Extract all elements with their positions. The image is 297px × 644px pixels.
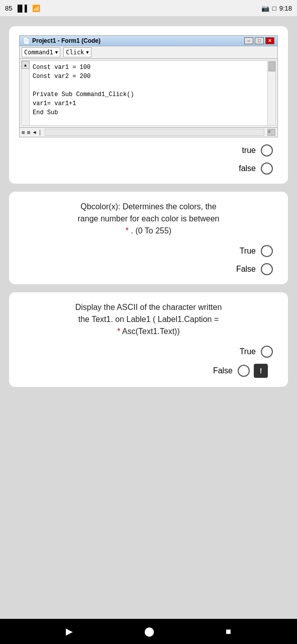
q3-question-text: Display the ASCII of the character writt… — [19, 301, 278, 338]
q1-true-radio[interactable] — [261, 144, 273, 156]
scroll-up-button[interactable]: ▲ — [22, 61, 30, 69]
q2-line3-text: . (0 To 255) — [131, 226, 172, 235]
q1-false-radio[interactable] — [261, 163, 273, 175]
time-display: 9:18 — [279, 5, 292, 12]
event-dropdown[interactable]: Click ▼ — [63, 47, 91, 57]
command-dropdown[interactable]: Command1 ▼ — [22, 47, 60, 57]
q2-true-radio[interactable] — [261, 245, 273, 257]
q3-option-true[interactable]: True — [240, 346, 273, 358]
q2-question-text: Qbcolor(x): Determines the colors, the r… — [19, 201, 278, 237]
code-line-5: var1= var1+1 — [33, 99, 264, 108]
question-card-3: Display the ASCII of the character writt… — [9, 292, 288, 387]
ide-right-scrollbar — [267, 61, 275, 125]
warning-badge: ! — [254, 364, 268, 378]
code-line-3 — [33, 81, 264, 90]
code-line-6: End Sub — [33, 108, 264, 117]
ide-bottom-bar: ≡ ≡ ◄ │ — [20, 127, 277, 137]
resize-corner — [267, 129, 275, 136]
q2-line2: range number for each color is between — [19, 213, 278, 225]
status-bar: 85 ▐▌▌ 📶 📷 □ 9:18 — [0, 0, 297, 16]
stop-button[interactable]: ■ — [226, 626, 231, 637]
ide-left-scrollbar: ▲ — [22, 61, 30, 125]
horizontal-scrollbar[interactable] — [45, 129, 264, 136]
q2-option-false[interactable]: False — [236, 263, 273, 275]
q2-option-true[interactable]: True — [240, 245, 273, 257]
wifi-icon: 📶 — [32, 5, 40, 12]
code-line-1: Const var1 = 100 — [33, 63, 264, 72]
q2-line3: * . (0 To 255) — [19, 225, 278, 237]
q2-radio-options: True False — [19, 245, 278, 275]
align-icon: ≡ — [27, 129, 31, 136]
q2-true-label: True — [240, 247, 256, 256]
indent-icon: ≡ — [22, 129, 25, 136]
ide-title-label: Project1 - Form1 (Code) — [32, 37, 101, 44]
q3-radio-options: True False ! — [19, 346, 278, 378]
status-left: 85 ▐▌▌ 📶 — [5, 5, 40, 12]
question-card-1: 📄 Project1 - Form1 (Code) – □ ✕ Command1… — [9, 26, 288, 184]
ide-toolbar: Command1 ▼ Click ▼ — [20, 46, 277, 59]
q3-highlight: * — [117, 327, 122, 336]
q1-option-true[interactable]: true — [242, 144, 273, 156]
scroll-bar-icon: │ — [39, 130, 42, 135]
q1-false-label: false — [239, 164, 256, 173]
scroll-thumb[interactable] — [268, 61, 275, 71]
q3-true-label: True — [240, 347, 256, 356]
q3-option-false[interactable]: False — [213, 365, 250, 377]
ide-title-text: 📄 Project1 - Form1 (Code) — [23, 37, 101, 44]
minimize-button[interactable]: – — [244, 37, 253, 44]
close-button[interactable]: ✕ — [265, 37, 274, 44]
ide-window: 📄 Project1 - Form1 (Code) – □ ✕ Command1… — [19, 35, 278, 137]
play-button[interactable]: ▶ — [66, 626, 73, 637]
scroll-track — [268, 72, 275, 125]
ide-window-controls: – □ ✕ — [244, 37, 274, 44]
command-dropdown-label: Command1 — [24, 49, 53, 56]
scroll-left-button[interactable]: ◄ — [32, 130, 37, 135]
event-dropdown-arrow-icon: ▼ — [86, 50, 88, 55]
q3-false-label: False — [213, 366, 233, 375]
ide-title-bar: 📄 Project1 - Form1 (Code) – □ ✕ — [20, 36, 277, 46]
q2-false-radio[interactable] — [261, 263, 273, 275]
q3-line3: * Asc(Text1.Text)) — [19, 326, 278, 338]
ide-code-area: ▲ Const var1 = 100 Const var2 = 200 Priv… — [21, 60, 276, 126]
code-line-4: Private Sub Command1_Click() — [33, 90, 264, 99]
ide-title-icon: 📄 — [23, 37, 30, 44]
home-button[interactable]: ⬤ — [144, 626, 154, 637]
q2-highlight: * — [126, 226, 131, 235]
q1-true-label: true — [242, 146, 256, 155]
maximize-button[interactable]: □ — [255, 37, 264, 44]
ide-code-content: Const var1 = 100 Const var2 = 200 Privat… — [30, 61, 267, 125]
q1-radio-options: true false — [19, 144, 278, 175]
q3-line1: Display the ASCII of the character writt… — [19, 301, 278, 313]
q3-false-row: False ! — [213, 364, 273, 378]
command-dropdown-arrow-icon: ▼ — [55, 50, 58, 55]
code-line-2: Const var2 = 200 — [33, 72, 264, 81]
q3-true-radio[interactable] — [261, 346, 273, 358]
bottom-nav: ▶ ⬤ ■ — [0, 619, 297, 644]
status-right: 📷 □ 9:18 — [261, 5, 292, 12]
screen-icon: □ — [272, 5, 276, 12]
q1-option-false[interactable]: false — [239, 163, 273, 175]
main-content: 📄 Project1 - Form1 (Code) – □ ✕ Command1… — [0, 16, 297, 619]
q3-false-radio[interactable] — [238, 365, 250, 377]
q2-false-label: False — [236, 265, 256, 274]
q2-line1: Qbcolor(x): Determines the colors, the — [19, 201, 278, 213]
q3-line3-text: Asc(Text1.Text)) — [122, 327, 180, 336]
signal-bars-icon: ▐▌▌ — [15, 5, 29, 12]
question-card-2: Qbcolor(x): Determines the colors, the r… — [9, 192, 288, 284]
battery-label: 85 — [5, 5, 12, 12]
event-dropdown-label: Click — [66, 49, 84, 56]
q3-line2: the Text1. on Lable1 ( Label1.Caption = — [19, 313, 278, 326]
camera-icon: 📷 — [261, 5, 269, 12]
